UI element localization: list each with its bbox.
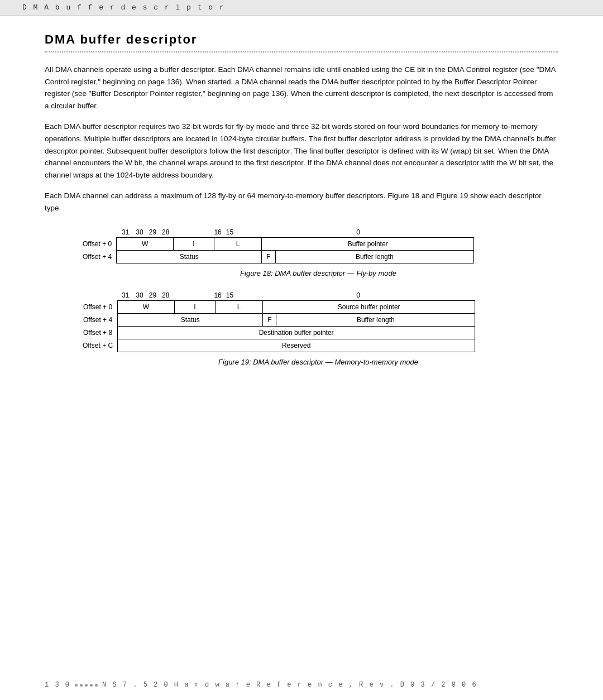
footer-text: N S 7 . 5 2 0 H a r d w a r e R e f e r …: [102, 681, 477, 689]
footer-dot: [90, 684, 93, 687]
page-container: D M A b u f f e r d e s c r i p t o r DM…: [0, 0, 603, 700]
offset-label: Offset + C: [78, 339, 118, 352]
cell-f: F: [262, 250, 275, 263]
figure19-caption: Figure 19: DMA buffer descriptor — Memor…: [78, 358, 558, 366]
cell-i: I: [174, 300, 215, 313]
table-row: Offset + 0 W I L Buffer pointer: [78, 237, 474, 250]
offset-label: Offset + 4: [78, 250, 117, 263]
figure18-bit-numbers: 31 30 29 28 16 15 0: [78, 228, 558, 236]
cell-i: I: [173, 237, 214, 250]
cell-reserved: Reserved: [118, 339, 475, 352]
footer-dot: [80, 684, 83, 687]
cell-status: Status: [118, 313, 263, 326]
figure19-bit-numbers: 31 30 29 28 16 15 0: [78, 291, 558, 299]
header-text: D M A b u f f e r d e s c r i p t o r: [22, 3, 225, 12]
footer-dot: [95, 684, 98, 687]
footer-dot: [75, 684, 78, 687]
offset-label: Offset + 0: [78, 300, 118, 313]
cell-buffer-length: Buffer length: [276, 313, 475, 326]
header-bar: D M A b u f f e r d e s c r i p t o r: [0, 0, 603, 16]
table-row: Offset + C Reserved: [78, 339, 475, 352]
figure18-table: Offset + 0 W I L Buffer pointer Offset +…: [78, 237, 474, 263]
offset-label: Offset + 0: [78, 237, 117, 250]
figure18-caption: Figure 18: DMA buffer descriptor — Fly-b…: [78, 269, 558, 277]
title-separator: [45, 51, 558, 52]
page-title: DMA buffer descriptor: [45, 32, 558, 47]
figure-19-section: 31 30 29 28 16 15 0 Offset + 0 W I L Sou…: [78, 291, 558, 366]
paragraph-1: All DMA channels operate using a buffer …: [45, 64, 558, 112]
paragraph-3: Each DMA channel can address a maximum o…: [45, 190, 558, 214]
cell-w: W: [117, 237, 174, 250]
table-row: Offset + 8 Destination buffer pointer: [78, 326, 475, 339]
figure19-table: Offset + 0 W I L Source buffer pointer O…: [78, 300, 475, 352]
table-row: Offset + 0 W I L Source buffer pointer: [78, 300, 475, 313]
footer-dots: [75, 684, 98, 687]
cell-source-buffer-pointer: Source buffer pointer: [263, 300, 475, 313]
offset-label: Offset + 4: [78, 313, 118, 326]
paragraph-2: Each DMA buffer descriptor requires two …: [45, 121, 558, 181]
cell-l: L: [214, 237, 262, 250]
table-row: Offset + 4 Status F Buffer length: [78, 313, 475, 326]
cell-status: Status: [117, 250, 262, 263]
table-row: Offset + 4 Status F Buffer length: [78, 250, 474, 263]
main-content: DMA buffer descriptor All DMA channels o…: [0, 16, 603, 411]
footer-dot: [85, 684, 88, 687]
cell-buffer-length: Buffer length: [275, 250, 474, 263]
cell-buffer-pointer: Buffer pointer: [262, 237, 474, 250]
cell-w: W: [118, 300, 175, 313]
cell-f: F: [263, 313, 276, 326]
footer-page-number: 1 3 0: [45, 681, 70, 689]
footer: 1 3 0 N S 7 . 5 2 0 H a r d w a r e R e …: [0, 681, 603, 689]
figure-18-section: 31 30 29 28 16 15 0 Offset + 0 W I L Buf…: [78, 228, 558, 277]
cell-l: L: [216, 300, 263, 313]
cell-dest-buffer-pointer: Destination buffer pointer: [118, 326, 475, 339]
offset-label: Offset + 8: [78, 326, 118, 339]
